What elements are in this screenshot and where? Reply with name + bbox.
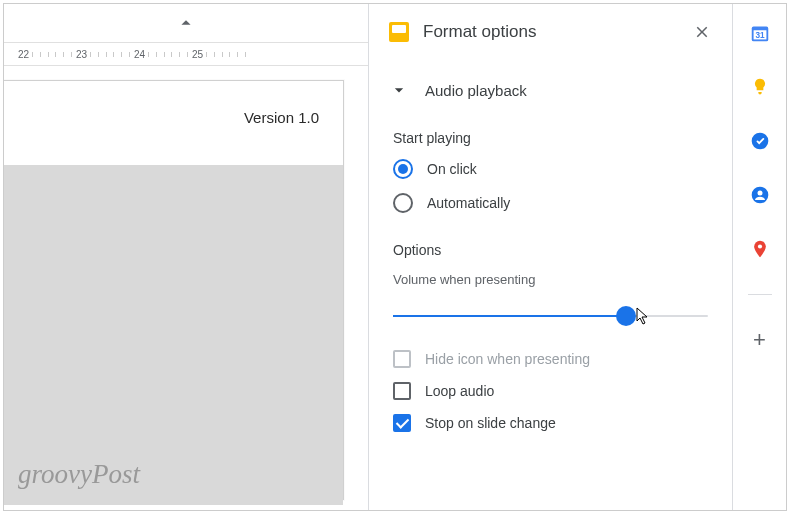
radio-input[interactable]: [393, 159, 413, 179]
radio-input[interactable]: [393, 193, 413, 213]
add-addon-button[interactable]: +: [749, 329, 771, 351]
ruler-mark: 23: [76, 49, 86, 60]
plus-icon: +: [753, 327, 766, 353]
calendar-icon[interactable]: 31: [749, 22, 771, 44]
radio-label: On click: [427, 161, 477, 177]
slider-thumb[interactable]: [616, 306, 636, 326]
horizontal-ruler: 22 23 24 25: [4, 42, 368, 66]
radio-on-click[interactable]: On click: [369, 152, 732, 186]
ruler-mark: 24: [134, 49, 144, 60]
slide-editor-area: 22 23 24 25 Version 1.0 groovyPost: [4, 4, 369, 510]
tasks-icon[interactable]: [749, 130, 771, 152]
checkbox-hide-icon[interactable]: Hide icon when presenting: [369, 343, 732, 375]
options-heading: Options: [369, 220, 732, 264]
collapse-ruler-button[interactable]: [175, 12, 197, 37]
svg-text:31: 31: [755, 31, 765, 40]
section-title: Audio playback: [425, 82, 527, 99]
audio-playback-section-toggle[interactable]: Audio playback: [369, 58, 732, 108]
slide-content-area: [4, 165, 343, 505]
slide-canvas[interactable]: Version 1.0: [4, 80, 344, 500]
start-playing-heading: Start playing: [369, 108, 732, 152]
checkbox-loop-audio[interactable]: Loop audio: [369, 375, 732, 407]
checkbox-label: Hide icon when presenting: [425, 351, 590, 367]
checkbox-label: Stop on slide change: [425, 415, 556, 431]
svg-point-5: [757, 190, 762, 195]
side-panel-rail: 31 +: [732, 4, 786, 510]
svg-point-6: [757, 244, 761, 248]
keep-icon[interactable]: [749, 76, 771, 98]
ruler-mark: 22: [18, 49, 28, 60]
checkbox-input[interactable]: [393, 382, 411, 400]
checkbox-stop-on-slide-change[interactable]: Stop on slide change: [369, 407, 732, 439]
panel-title: Format options: [423, 22, 676, 42]
format-paint-icon: [389, 22, 409, 42]
checkbox-input[interactable]: [393, 414, 411, 432]
format-options-panel: Format options Audio playback Start play…: [369, 4, 732, 510]
volume-slider[interactable]: [369, 293, 732, 323]
slider-track: [393, 315, 708, 317]
checkbox-input[interactable]: [393, 350, 411, 368]
rail-separator: [748, 294, 772, 295]
volume-hint: Volume when presenting: [369, 264, 732, 293]
radio-label: Automatically: [427, 195, 510, 211]
close-panel-button[interactable]: [690, 20, 714, 44]
slider-fill: [393, 315, 626, 317]
ruler-mark: 25: [192, 49, 202, 60]
contacts-icon[interactable]: [749, 184, 771, 206]
maps-icon[interactable]: [749, 238, 771, 260]
radio-automatically[interactable]: Automatically: [369, 186, 732, 220]
mouse-cursor-icon: [636, 307, 652, 331]
watermark-text: groovyPost: [18, 459, 140, 490]
chevron-down-icon: [389, 80, 409, 100]
slide-version-text: Version 1.0: [244, 109, 319, 126]
checkbox-label: Loop audio: [425, 383, 494, 399]
